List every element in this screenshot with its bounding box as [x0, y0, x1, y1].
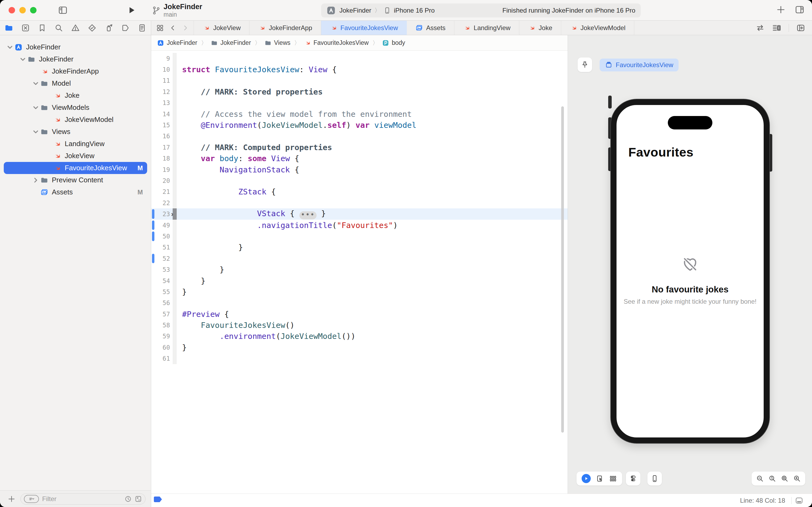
tab-LandingView[interactable]: LandingView — [454, 21, 519, 35]
line-number[interactable]: 14 — [155, 111, 173, 118]
sidebar-item-Assets[interactable]: AssetsM — [4, 186, 147, 198]
reports-icon[interactable] — [137, 23, 147, 33]
chevron-down-icon[interactable] — [18, 55, 27, 64]
line-number[interactable]: 53 — [155, 266, 173, 273]
line-number[interactable]: 16 — [155, 133, 173, 139]
fold-ribbon[interactable] — [173, 153, 177, 164]
line-number[interactable]: 60 — [155, 344, 173, 351]
fold-ribbon[interactable] — [173, 164, 177, 175]
fold-ribbon[interactable] — [173, 131, 177, 142]
line-number[interactable]: 54 — [155, 277, 173, 284]
line-number[interactable]: 19 — [155, 166, 173, 173]
tab-overview-icon[interactable] — [156, 24, 164, 32]
breakpoints-enabled-icon[interactable] — [154, 497, 162, 502]
fold-ribbon[interactable] — [173, 119, 177, 130]
fold-ribbon[interactable] — [173, 53, 177, 64]
fold-disclosure-icon[interactable]: › — [171, 208, 173, 219]
code-editor[interactable]: 910struct FavouriteJokesView: View {1112… — [151, 51, 568, 494]
line-number[interactable]: 58 — [155, 322, 173, 329]
fold-ribbon[interactable] — [173, 342, 177, 353]
line-number[interactable]: 61 — [155, 355, 173, 362]
chevron-down-icon[interactable] — [31, 127, 40, 136]
filter-options-icon[interactable] — [24, 495, 39, 503]
fold-ribbon[interactable] — [173, 264, 177, 275]
tab-JokeFinderApp[interactable]: JokeFinderApp — [249, 21, 321, 35]
selectable-mode-icon[interactable] — [596, 474, 604, 483]
sidebar-item-Preview-Content[interactable]: Preview Content — [4, 174, 147, 186]
fold-ribbon[interactable] — [173, 198, 177, 208]
iphone-preview[interactable]: Favourites No favourite jokes See if a n… — [611, 99, 769, 443]
code-fold-ellipsis[interactable]: ••• — [299, 211, 316, 219]
line-number[interactable]: 9 — [155, 55, 173, 62]
tab-Joke[interactable]: Joke — [519, 21, 561, 35]
jump-bar-crumb-JokeFinder[interactable]: JokeFinder — [157, 39, 197, 47]
line-number[interactable]: 55 — [155, 288, 173, 295]
zoom-in-icon[interactable] — [793, 474, 801, 483]
line-number[interactable]: 49 — [155, 222, 173, 229]
line-number[interactable]: 50 — [155, 233, 173, 240]
line-number[interactable]: 12 — [155, 88, 173, 95]
line-number[interactable]: 59 — [155, 333, 173, 340]
editor-only-layout-icon[interactable] — [795, 497, 803, 505]
line-number[interactable]: 57 — [155, 311, 173, 318]
line-number[interactable]: 18 — [155, 155, 173, 162]
line-number[interactable]: 23 — [155, 211, 173, 218]
close-window-button[interactable] — [9, 7, 15, 13]
fold-ribbon[interactable] — [173, 64, 177, 75]
recent-files-icon[interactable] — [124, 495, 132, 503]
line-number[interactable]: 22 — [155, 200, 173, 207]
sidebar-item-JokeFinder[interactable]: JokeFinder — [4, 41, 147, 53]
fold-ribbon[interactable] — [173, 308, 177, 320]
fold-ribbon[interactable] — [173, 86, 177, 97]
minimize-window-button[interactable] — [19, 7, 26, 13]
sidebar-item-JokeFinder[interactable]: JokeFinder — [4, 53, 147, 65]
fold-ribbon[interactable] — [173, 331, 177, 342]
back-icon[interactable] — [169, 24, 176, 32]
bookmarks-icon[interactable] — [38, 23, 47, 33]
line-number[interactable]: 13 — [155, 99, 173, 106]
chevron-down-icon[interactable] — [5, 43, 14, 52]
line-number[interactable]: 56 — [155, 299, 173, 306]
line-number[interactable]: 51 — [155, 244, 173, 251]
tab-JokeViewModel[interactable]: JokeViewModel — [561, 21, 635, 35]
sidebar-item-Joke[interactable]: Joke — [4, 90, 147, 102]
sidebar-item-Views[interactable]: Views — [4, 126, 147, 138]
chevron-down-icon[interactable] — [31, 103, 40, 112]
sidebar-item-LandingView[interactable]: LandingView — [4, 138, 147, 150]
editor-scrollbar[interactable] — [561, 106, 564, 433]
line-number[interactable]: 17 — [155, 144, 173, 151]
sidebar-item-FavouriteJokesView[interactable]: FavouriteJokesViewM — [4, 162, 147, 174]
pin-preview-button[interactable] — [578, 57, 592, 72]
live-preview-button[interactable] — [582, 474, 591, 483]
tab-FavouriteJokesView[interactable]: FavouriteJokesView — [321, 21, 407, 35]
add-editor-icon[interactable] — [796, 23, 806, 33]
variants-mode-icon[interactable] — [609, 474, 617, 483]
fold-ribbon[interactable] — [173, 286, 177, 297]
line-number[interactable]: 20 — [155, 177, 173, 184]
line-number[interactable]: 52 — [155, 255, 173, 262]
sidebar-item-ViewModels[interactable]: ViewModels — [4, 102, 147, 114]
fold-ribbon[interactable] — [173, 231, 177, 242]
jump-bar-crumb-FavouriteJokesView[interactable]: FavouriteJokesView — [304, 39, 369, 47]
sidebar-item-JokeViewModel[interactable]: JokeViewModel — [4, 114, 147, 126]
find-icon[interactable] — [54, 23, 63, 33]
chevron-right-icon[interactable] — [31, 176, 40, 185]
zoom-out-icon[interactable] — [756, 474, 764, 483]
fold-ribbon[interactable] — [173, 98, 177, 109]
editor-options-icon[interactable] — [772, 23, 781, 33]
source-control-icon[interactable] — [21, 23, 30, 33]
tab-Assets[interactable]: Assets — [407, 21, 454, 35]
fold-ribbon[interactable] — [173, 175, 177, 186]
run-button[interactable] — [127, 5, 136, 15]
fold-ribbon[interactable] — [173, 242, 177, 253]
line-number[interactable]: 10 — [155, 66, 173, 73]
preview-device-icon[interactable] — [651, 474, 659, 483]
add-tab-icon[interactable] — [776, 5, 786, 14]
run-destination[interactable]: iPhone 16 Pro — [394, 7, 435, 14]
toggle-right-sidebar-icon[interactable] — [795, 5, 805, 14]
fold-ribbon[interactable] — [173, 220, 177, 231]
line-number[interactable]: 21 — [155, 188, 173, 195]
source-control-status-icon[interactable] — [134, 495, 142, 503]
sidebar-item-Model[interactable]: Model — [4, 77, 147, 90]
fold-ribbon[interactable] — [173, 320, 177, 331]
